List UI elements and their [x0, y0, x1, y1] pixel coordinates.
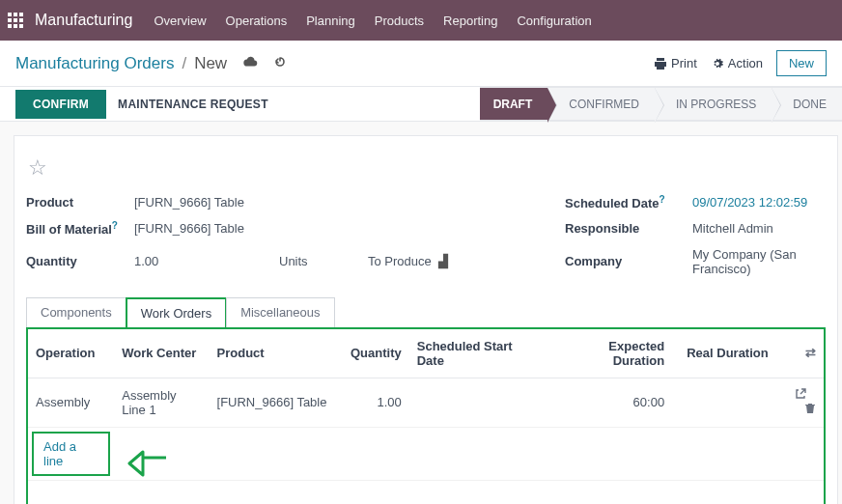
tab-work-orders[interactable]: Work Orders [126, 297, 227, 327]
cell-quantity[interactable]: 1.00 [342, 378, 409, 427]
responsible-label: Responsible [565, 221, 681, 236]
to-produce-label: To Produce ▟ [368, 254, 445, 268]
breadcrumb-current: New [194, 54, 227, 73]
scheduled-date-label: Scheduled Date? [565, 194, 681, 210]
table-header-row: Operation Work Center Product Quantity S… [28, 329, 824, 378]
subbar: Manufacturing Orders / New Print Action … [0, 41, 842, 87]
quantity-value[interactable]: 1.00 [134, 254, 267, 268]
cell-expected[interactable]: 60:00 [550, 378, 673, 427]
cell-work-center[interactable]: Assembly Line 1 [114, 378, 209, 427]
apps-icon[interactable] [8, 13, 23, 28]
col-work-center[interactable]: Work Center [114, 329, 209, 378]
delete-row-icon[interactable] [804, 403, 816, 417]
nav-products[interactable]: Products [375, 14, 424, 28]
product-label: Product [26, 195, 123, 210]
product-value[interactable]: [FURN_9666] Table [134, 195, 267, 210]
gear-icon [711, 57, 724, 70]
quantity-unit[interactable]: Units [279, 254, 356, 268]
bom-label: Bill of Material? [26, 220, 123, 237]
stage-in-progress[interactable]: IN PROGRESS [655, 87, 772, 121]
stage-draft[interactable]: DRAFT [480, 87, 548, 121]
company-value[interactable]: My Company (San Francisco) [692, 247, 826, 276]
breadcrumb: Manufacturing Orders / New [15, 54, 287, 73]
column-options-icon[interactable]: ⇄ [805, 346, 816, 360]
table-row[interactable]: Assembly Assembly Line 1 [FURN_9666] Tab… [28, 378, 824, 427]
form-card: ☆ Product [FURN_9666] Table Scheduled Da… [14, 135, 838, 504]
nav-operations[interactable]: Operations [226, 14, 288, 28]
add-line-button[interactable]: Add a line [32, 432, 110, 476]
action-button[interactable]: Action [711, 56, 763, 70]
company-label: Company [565, 254, 681, 268]
col-real[interactable]: Real Duration [672, 329, 776, 378]
subbar-actions: Print Action New [654, 50, 827, 76]
bom-value[interactable]: [FURN_9666] Table [134, 221, 267, 236]
work-orders-table: Operation Work Center Product Quantity S… [28, 329, 824, 504]
col-product[interactable]: Product [210, 329, 342, 378]
cell-scheduled[interactable] [409, 378, 550, 427]
nav-planning[interactable]: Planning [306, 14, 355, 28]
open-external-icon[interactable] [795, 388, 806, 403]
scheduled-date-value[interactable]: 09/07/2023 12:02:59 [692, 195, 826, 210]
responsible-value[interactable]: Mitchell Admin [692, 221, 826, 236]
cloud-save-icon[interactable] [242, 54, 258, 73]
print-icon [654, 57, 667, 70]
app-title[interactable]: Manufacturing [35, 12, 132, 29]
col-operation[interactable]: Operation [28, 329, 114, 378]
forecast-chart-icon[interactable]: ▟ [438, 254, 448, 268]
tab-components[interactable]: Components [26, 297, 126, 327]
nav-overview[interactable]: Overview [154, 14, 206, 28]
work-orders-table-wrap: Operation Work Center Product Quantity S… [26, 327, 826, 504]
col-expected[interactable]: Expected Duration [550, 329, 673, 378]
maintenance-request-button[interactable]: MAINTENANCE REQUEST [118, 90, 268, 119]
status-row: CONFIRM MAINTENANCE REQUEST DRAFT CONFIR… [0, 87, 842, 122]
col-quantity[interactable]: Quantity [342, 329, 409, 378]
print-button[interactable]: Print [654, 56, 697, 70]
tabs: Components Work Orders Miscellaneous [26, 297, 826, 327]
stage-confirmed[interactable]: CONFIRMED [547, 87, 655, 121]
breadcrumb-parent[interactable]: Manufacturing Orders [15, 54, 174, 73]
quantity-label: Quantity [26, 254, 123, 268]
tab-miscellaneous[interactable]: Miscellaneous [226, 297, 334, 327]
discard-icon[interactable] [273, 54, 287, 73]
breadcrumb-separator: / [182, 54, 186, 73]
cell-real[interactable] [672, 378, 776, 427]
nav-configuration[interactable]: Configuration [517, 14, 591, 28]
stage-done[interactable]: DONE [772, 87, 842, 121]
form-grid: Product [FURN_9666] Table Scheduled Date… [26, 194, 826, 276]
add-line-row: Add a line [28, 427, 824, 480]
stage-bar: DRAFT CONFIRMED IN PROGRESS DONE [480, 87, 842, 121]
confirm-button[interactable]: CONFIRM [15, 90, 106, 119]
new-button[interactable]: New [776, 50, 827, 76]
cell-operation[interactable]: Assembly [28, 378, 114, 427]
col-scheduled[interactable]: Scheduled Start Date [409, 329, 550, 378]
cell-product[interactable]: [FURN_9666] Table [210, 378, 342, 427]
favorite-star-icon[interactable]: ☆ [28, 155, 47, 181]
spacer-row [28, 480, 824, 504]
nav-reporting[interactable]: Reporting [443, 14, 497, 28]
top-nav: Manufacturing Overview Operations Planni… [0, 0, 842, 41]
